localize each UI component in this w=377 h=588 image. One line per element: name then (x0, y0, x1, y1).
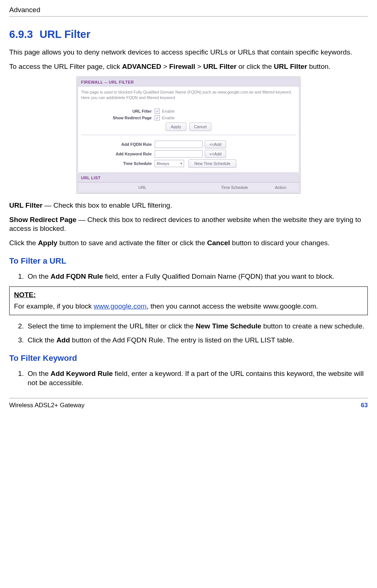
text: button to discard your changes. (230, 239, 330, 247)
text: button to create a new schedule. (261, 322, 364, 330)
select-value: Always (156, 161, 169, 166)
access-paragraph: To access the URL Filter page, click ADV… (9, 62, 368, 71)
col-url: URL (78, 183, 207, 192)
text: , then you cannot access the website www… (147, 302, 318, 310)
text: On the (28, 370, 50, 377)
apply-cancel-paragraph: Click the Apply button to save and activ… (9, 239, 368, 248)
breadcrumb: Firewall (169, 63, 195, 70)
intro-paragraph: This page allows you to deny network dev… (9, 48, 368, 57)
list-item: 3. Click the Add button of the Add FQDN … (9, 336, 368, 345)
text: button of the Add FQDN Rule. The entry i… (70, 336, 294, 344)
table-header: URL Time Schedule Action (78, 182, 299, 192)
breadcrumb: URL Filter (203, 63, 236, 70)
add-keyword-label: Add Keyword Rule (81, 151, 155, 156)
firewall-url-filter-panel: FIREWALL -- URL FILTER This page is used… (77, 77, 300, 194)
list-number: 1. (18, 272, 24, 281)
term: Add (56, 336, 70, 344)
page-header: Advanced (9, 6, 368, 17)
col-schedule: Time Schedule (207, 183, 262, 192)
text: Click the (28, 336, 56, 344)
term: New Time Schedule (196, 322, 261, 330)
add-fqdn-button[interactable]: <<Add (205, 140, 226, 148)
term: Add FQDN Rule (50, 272, 103, 280)
list-number: 2. (18, 322, 24, 331)
chevron-down-icon: ▾ (180, 162, 182, 166)
footer-product: Wireless ADSL2+ Gateway (9, 401, 85, 409)
text: Click the (9, 239, 38, 247)
add-keyword-button[interactable]: <<Add (205, 150, 226, 158)
filter-url-heading: To Filter a URL (9, 256, 368, 267)
show-redirect-label: Show Redirect Page (81, 115, 155, 120)
note-text: For example, if you block www.google.com… (14, 302, 363, 311)
col-action: Action (262, 183, 299, 192)
list-number: 3. (18, 336, 24, 345)
enable-text: Enable (162, 115, 175, 120)
url-filter-checkbox[interactable]: ✓ (155, 109, 160, 114)
url-list-title: URL LIST (78, 174, 299, 182)
text: For example, if you block (14, 302, 94, 310)
text: To access the URL Filter page, click (9, 63, 122, 70)
section-title: URL Filter (40, 28, 91, 40)
panel-desc: This page is used to blocked Fully Quali… (81, 89, 296, 101)
time-schedule-label: Time Schedule (81, 161, 155, 166)
text: or click the (236, 63, 274, 70)
add-fqdn-input[interactable] (155, 141, 202, 148)
breadcrumb: URL Filter (274, 63, 307, 70)
text: button. (307, 63, 330, 70)
list-item: 1. On the Add Keyword Rule field, enter … (9, 369, 368, 387)
panel-title: FIREWALL -- URL FILTER (78, 78, 299, 87)
list-number: 1. (18, 369, 24, 378)
filter-keyword-heading: To Filter Keyword (9, 353, 368, 364)
text: > (161, 63, 169, 70)
apply-button[interactable]: Apply (166, 123, 186, 131)
page-number: 63 (361, 401, 368, 409)
note-label: NOTE: (14, 291, 36, 299)
filter-url-steps-cont: 2. Select the time to implement the URL … (9, 322, 368, 345)
text: On the (28, 272, 50, 280)
list-item: 2. Select the time to implement the URL … (9, 322, 368, 331)
term: Cancel (207, 239, 230, 247)
text: — Check this box to enable URL filtering… (42, 201, 172, 209)
text: > (195, 63, 203, 70)
text: Select the time to implement the URL fil… (28, 322, 196, 330)
filter-keyword-steps: 1. On the Add Keyword Rule field, enter … (9, 369, 368, 387)
definition-show-redirect: Show Redirect Page — Check this box to r… (9, 215, 368, 233)
cancel-button[interactable]: Cancel (189, 123, 211, 131)
text: field, enter a Fully Qualified Domain Na… (103, 272, 334, 280)
list-item: 1. On the Add FQDN Rule field, enter a F… (9, 272, 368, 281)
term: Apply (38, 239, 57, 247)
add-fqdn-label: Add FQDN Rule (81, 142, 155, 147)
time-schedule-select[interactable]: Always▾ (155, 160, 184, 167)
term: Show Redirect Page (9, 216, 77, 223)
show-redirect-checkbox[interactable]: ✓ (155, 115, 160, 120)
term: Add Keyword Rule (50, 370, 113, 377)
link[interactable]: www.google.com (94, 302, 147, 310)
enable-text: Enable (162, 109, 175, 114)
screenshot-figure: FIREWALL -- URL FILTER This page is used… (9, 77, 368, 194)
new-time-schedule-button[interactable]: New Time Schedule (188, 159, 236, 168)
filter-url-steps: 1. On the Add FQDN Rule field, enter a F… (9, 272, 368, 281)
text: button to save and activate the filter o… (57, 239, 207, 247)
breadcrumb: ADVANCED (122, 63, 161, 70)
section-number: 6.9.3 (9, 28, 33, 40)
url-filter-label: URL Filter (81, 109, 155, 114)
term: URL Filter (9, 201, 42, 209)
note-box: NOTE: For example, if you block www.goog… (9, 286, 368, 315)
definition-url-filter: URL Filter — Check this box to enable UR… (9, 201, 368, 210)
page-footer: Wireless ADSL2+ Gateway 63 (9, 398, 368, 409)
section-heading: 6.9.3URL Filter (9, 28, 368, 42)
add-keyword-input[interactable] (155, 150, 202, 158)
